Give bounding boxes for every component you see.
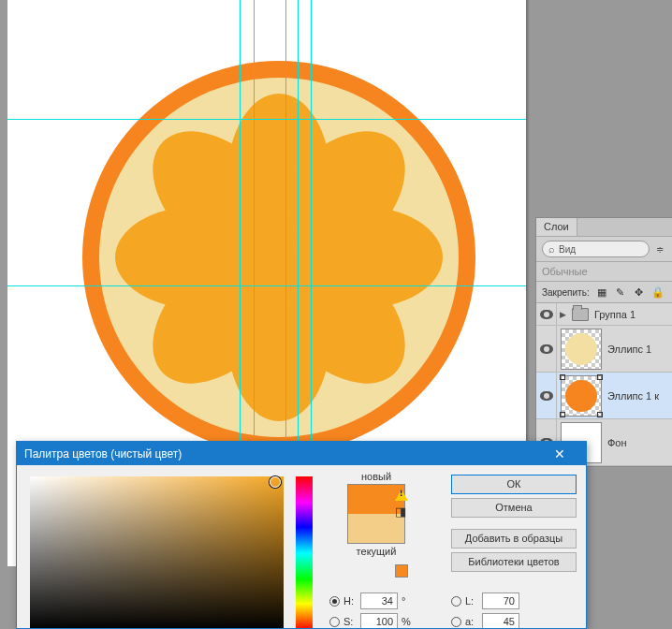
add-swatch-button[interactable]: Добавить в образцы (451, 529, 577, 549)
lock-transparency-icon[interactable]: ▦ (595, 285, 608, 299)
eye-icon (540, 310, 553, 319)
input-a[interactable]: 45 (482, 613, 519, 629)
lock-paint-icon[interactable]: ✎ (614, 285, 627, 299)
panel-tabs: Слои (536, 218, 672, 237)
layer-thumbnail[interactable] (561, 375, 602, 417)
visibility-toggle[interactable] (536, 373, 557, 418)
color-picker-dialog: Палитра цветов (чистый цвет) ✕ новый тек… (16, 441, 587, 629)
close-button[interactable]: ✕ (541, 445, 578, 463)
search-icon: ⌕ (548, 243, 555, 255)
orange-illustration (82, 61, 475, 454)
layer-thumbnail[interactable] (561, 329, 602, 370)
layers-panel: Слои ⌕ Вид ≑ Обычные Закрепить: ▦ ✎ ✥ 🔒 … (535, 217, 672, 467)
layers-filter-bar: ⌕ Вид ≑ (536, 237, 672, 262)
current-color-label: текущий (329, 546, 423, 557)
nearest-color-swatch[interactable] (395, 564, 408, 578)
dialog-titlebar[interactable]: Палитра цветов (чистый цвет) ✕ (17, 442, 586, 465)
input-h[interactable]: 34 (360, 592, 398, 609)
hsb-inputs: H: 34 ° S: 100 % (329, 592, 413, 629)
layer-label: Эллипс 1 (606, 344, 651, 355)
layer-label: Фон (606, 437, 627, 448)
layer-label: Группа 1 (592, 309, 635, 320)
cancel-button[interactable]: Отмена (451, 498, 577, 518)
label-s: S: (343, 616, 357, 627)
dialog-buttons: ОК Отмена Добавить в образцы Библиотеки … (451, 475, 577, 572)
label-h: H: (343, 595, 357, 607)
radio-h[interactable] (329, 596, 340, 607)
lab-inputs: L: 70 a: 45 (451, 592, 519, 629)
label-l: L: (465, 595, 478, 607)
radio-s[interactable] (329, 617, 340, 627)
gamut-warning-icon[interactable] (395, 490, 408, 501)
websafe-warning-icon[interactable]: ◨ (395, 506, 408, 519)
new-color-label: новый (329, 471, 423, 482)
lock-label: Закрепить: (542, 287, 590, 298)
expand-icon[interactable]: ▶ (557, 310, 568, 319)
layer-filter-select[interactable]: ⌕ Вид (542, 241, 650, 257)
lock-all-icon[interactable]: 🔒 (651, 285, 665, 299)
blend-mode-select[interactable]: Обычные (536, 262, 672, 282)
unit-s: % (402, 616, 413, 627)
visibility-toggle[interactable] (536, 303, 557, 325)
color-cursor[interactable] (270, 476, 281, 488)
layer-row[interactable]: Эллипс 1 к (536, 373, 672, 419)
layer-row[interactable]: Эллипс 1 (536, 326, 672, 373)
guide-horizontal[interactable] (7, 285, 526, 286)
radio-a[interactable] (451, 617, 461, 627)
dialog-title: Палитра цветов (чистый цвет) (24, 447, 182, 461)
input-s[interactable]: 100 (360, 613, 398, 629)
guide-horizontal[interactable] (7, 119, 526, 120)
color-libraries-button[interactable]: Библиотеки цветов (451, 552, 577, 572)
swatch-preview: новый текущий (329, 471, 423, 557)
eye-icon (540, 344, 553, 354)
layer-filter-label: Вид (559, 244, 576, 255)
filter-dropdown-icon[interactable]: ≑ (653, 242, 666, 256)
visibility-toggle[interactable] (536, 326, 557, 372)
lock-position-icon[interactable]: ✥ (633, 285, 646, 299)
tab-layers[interactable]: Слои (536, 218, 577, 236)
hue-slider[interactable] (296, 476, 313, 629)
layer-row[interactable]: ▶Группа 1 (536, 303, 672, 326)
label-a: a: (465, 616, 478, 627)
folder-icon (572, 308, 589, 321)
eye-icon (540, 391, 553, 401)
warning-icons: ◨ (395, 490, 408, 578)
input-l[interactable]: 70 (482, 592, 519, 609)
color-field[interactable] (30, 476, 284, 629)
unit-h: ° (402, 595, 413, 607)
layer-label: Эллипс 1 к (606, 390, 659, 402)
radio-l[interactable] (451, 596, 461, 607)
lock-row: Закрепить: ▦ ✎ ✥ 🔒 (536, 282, 672, 303)
ok-button[interactable]: ОК (451, 475, 577, 494)
